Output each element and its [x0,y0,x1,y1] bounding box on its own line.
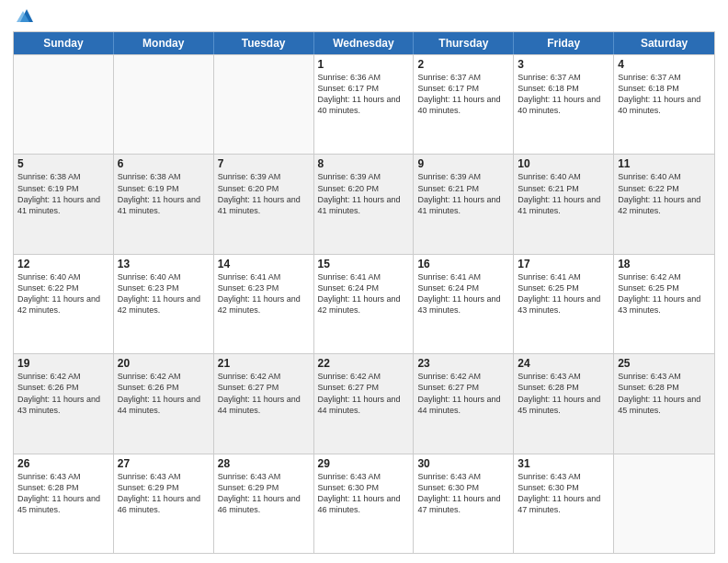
calendar: SundayMondayTuesdayWednesdayThursdayFrid… [13,31,715,554]
calendar-cell [214,55,314,154]
calendar-cell: 24Sunrise: 6:43 AM Sunset: 6:28 PM Dayli… [514,354,614,453]
calendar-cell: 16Sunrise: 6:41 AM Sunset: 6:24 PM Dayli… [414,255,514,353]
day-number: 2 [417,58,509,71]
day-number: 12 [17,258,109,270]
day-number: 16 [417,258,509,270]
day-number: 13 [118,258,210,270]
day-info: Sunrise: 6:41 AM Sunset: 6:23 PM Dayligh… [218,271,310,316]
calendar-cell: 2Sunrise: 6:37 AM Sunset: 6:17 PM Daylig… [414,55,514,154]
page: SundayMondayTuesdayWednesdayThursdayFrid… [0,0,728,563]
day-info: Sunrise: 6:42 AM Sunset: 6:27 PM Dayligh… [417,371,509,416]
calendar-row: 1Sunrise: 6:36 AM Sunset: 6:17 PM Daylig… [14,54,714,154]
day-number: 21 [218,357,310,370]
day-number: 1 [318,58,410,71]
calendar-body: 1Sunrise: 6:36 AM Sunset: 6:17 PM Daylig… [14,54,714,553]
calendar-cell: 29Sunrise: 6:43 AM Sunset: 6:30 PM Dayli… [314,454,415,553]
calendar-cell: 13Sunrise: 6:40 AM Sunset: 6:23 PM Dayli… [114,255,214,353]
calendar-cell: 3Sunrise: 6:37 AM Sunset: 6:18 PM Daylig… [514,55,614,154]
day-info: Sunrise: 6:42 AM Sunset: 6:25 PM Dayligh… [618,271,711,316]
day-number: 18 [618,258,711,270]
calendar-header-row: SundayMondayTuesdayWednesdayThursdayFrid… [14,32,714,54]
day-info: Sunrise: 6:43 AM Sunset: 6:30 PM Dayligh… [518,471,609,516]
day-info: Sunrise: 6:41 AM Sunset: 6:24 PM Dayligh… [318,271,410,316]
day-info: Sunrise: 6:43 AM Sunset: 6:30 PM Dayligh… [318,471,410,516]
day-info: Sunrise: 6:39 AM Sunset: 6:20 PM Dayligh… [218,171,310,216]
day-info: Sunrise: 6:38 AM Sunset: 6:19 PM Dayligh… [118,171,210,216]
day-number: 19 [17,357,109,370]
day-info: Sunrise: 6:36 AM Sunset: 6:17 PM Dayligh… [318,72,410,117]
day-number: 30 [417,457,509,470]
day-info: Sunrise: 6:40 AM Sunset: 6:23 PM Dayligh… [118,271,210,316]
calendar-cell: 12Sunrise: 6:40 AM Sunset: 6:22 PM Dayli… [14,255,114,353]
calendar-header-cell: Sunday [14,32,114,54]
calendar-cell: 18Sunrise: 6:42 AM Sunset: 6:25 PM Dayli… [614,255,714,353]
day-number: 27 [118,457,210,470]
day-info: Sunrise: 6:42 AM Sunset: 6:26 PM Dayligh… [118,371,210,416]
calendar-cell: 7Sunrise: 6:39 AM Sunset: 6:20 PM Daylig… [214,155,314,253]
day-number: 7 [218,157,310,170]
day-number: 3 [518,58,609,71]
day-number: 22 [318,357,410,370]
day-info: Sunrise: 6:41 AM Sunset: 6:25 PM Dayligh… [518,271,609,316]
calendar-cell [114,55,214,154]
day-number: 6 [118,157,210,170]
calendar-row: 12Sunrise: 6:40 AM Sunset: 6:22 PM Dayli… [14,254,714,353]
day-number: 17 [518,258,609,270]
calendar-cell: 1Sunrise: 6:36 AM Sunset: 6:17 PM Daylig… [314,55,415,154]
day-number: 25 [618,357,711,370]
calendar-cell: 21Sunrise: 6:42 AM Sunset: 6:27 PM Dayli… [214,354,314,453]
day-info: Sunrise: 6:40 AM Sunset: 6:22 PM Dayligh… [17,271,109,316]
day-info: Sunrise: 6:43 AM Sunset: 6:28 PM Dayligh… [618,371,711,416]
calendar-header-cell: Thursday [414,32,514,54]
calendar-cell: 19Sunrise: 6:42 AM Sunset: 6:26 PM Dayli… [14,354,114,453]
calendar-cell: 17Sunrise: 6:41 AM Sunset: 6:25 PM Dayli… [514,255,614,353]
calendar-cell: 10Sunrise: 6:40 AM Sunset: 6:21 PM Dayli… [514,155,614,253]
day-info: Sunrise: 6:42 AM Sunset: 6:26 PM Dayligh… [17,371,109,416]
day-number: 31 [518,457,609,470]
calendar-header-cell: Wednesday [314,32,415,54]
day-number: 20 [118,357,210,370]
day-info: Sunrise: 6:41 AM Sunset: 6:24 PM Dayligh… [417,271,509,316]
day-info: Sunrise: 6:40 AM Sunset: 6:22 PM Dayligh… [618,171,711,216]
calendar-cell: 20Sunrise: 6:42 AM Sunset: 6:26 PM Dayli… [114,354,214,453]
calendar-cell: 30Sunrise: 6:43 AM Sunset: 6:30 PM Dayli… [414,454,514,553]
calendar-cell: 11Sunrise: 6:40 AM Sunset: 6:22 PM Dayli… [614,155,714,253]
logo [13,13,37,26]
day-info: Sunrise: 6:37 AM Sunset: 6:17 PM Dayligh… [417,72,509,117]
calendar-cell: 27Sunrise: 6:43 AM Sunset: 6:29 PM Dayli… [114,454,214,553]
calendar-cell: 31Sunrise: 6:43 AM Sunset: 6:30 PM Dayli… [514,454,614,553]
day-info: Sunrise: 6:43 AM Sunset: 6:29 PM Dayligh… [118,471,210,516]
calendar-cell: 8Sunrise: 6:39 AM Sunset: 6:20 PM Daylig… [314,155,415,253]
day-info: Sunrise: 6:39 AM Sunset: 6:20 PM Dayligh… [318,171,410,216]
day-info: Sunrise: 6:43 AM Sunset: 6:28 PM Dayligh… [17,471,109,516]
day-number: 15 [318,258,410,270]
calendar-row: 5Sunrise: 6:38 AM Sunset: 6:19 PM Daylig… [14,154,714,253]
day-number: 14 [218,258,310,270]
calendar-cell: 26Sunrise: 6:43 AM Sunset: 6:28 PM Dayli… [14,454,114,553]
calendar-cell: 28Sunrise: 6:43 AM Sunset: 6:29 PM Dayli… [214,454,314,553]
calendar-cell: 4Sunrise: 6:37 AM Sunset: 6:18 PM Daylig… [614,55,714,154]
day-number: 26 [17,457,109,470]
calendar-header-cell: Friday [514,32,614,54]
day-number: 11 [618,157,711,170]
day-info: Sunrise: 6:42 AM Sunset: 6:27 PM Dayligh… [218,371,310,416]
calendar-cell: 9Sunrise: 6:39 AM Sunset: 6:21 PM Daylig… [414,155,514,253]
day-number: 24 [518,357,609,370]
day-info: Sunrise: 6:42 AM Sunset: 6:27 PM Dayligh… [318,371,410,416]
day-info: Sunrise: 6:38 AM Sunset: 6:19 PM Dayligh… [17,171,109,216]
calendar-cell [614,454,714,553]
day-info: Sunrise: 6:37 AM Sunset: 6:18 PM Dayligh… [618,72,711,117]
calendar-cell: 14Sunrise: 6:41 AM Sunset: 6:23 PM Dayli… [214,255,314,353]
day-number: 23 [417,357,509,370]
day-info: Sunrise: 6:37 AM Sunset: 6:18 PM Dayligh… [518,72,609,117]
day-number: 28 [218,457,310,470]
day-number: 9 [417,157,509,170]
day-info: Sunrise: 6:43 AM Sunset: 6:28 PM Dayligh… [518,371,609,416]
calendar-row: 19Sunrise: 6:42 AM Sunset: 6:26 PM Dayli… [14,353,714,453]
calendar-header-cell: Tuesday [214,32,314,54]
day-info: Sunrise: 6:43 AM Sunset: 6:30 PM Dayligh… [417,471,509,516]
calendar-cell: 15Sunrise: 6:41 AM Sunset: 6:24 PM Dayli… [314,255,415,353]
day-number: 10 [518,157,609,170]
calendar-cell: 22Sunrise: 6:42 AM Sunset: 6:27 PM Dayli… [314,354,415,453]
day-number: 4 [618,58,711,71]
